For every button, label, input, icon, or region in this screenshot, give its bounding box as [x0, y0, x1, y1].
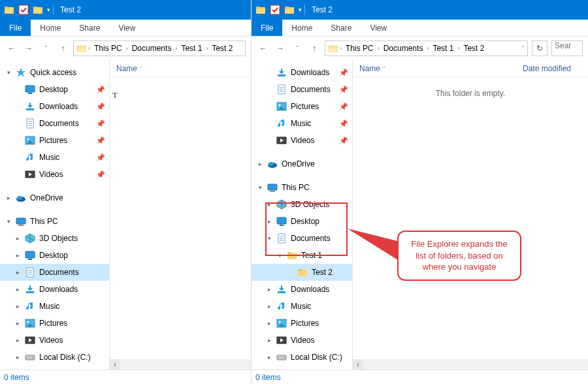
tab-view[interactable]: View [109, 20, 144, 36]
tree-label: Documents [39, 268, 79, 277]
tab-share[interactable]: Share [321, 20, 361, 36]
recent-drop-icon[interactable]: ˅ [39, 42, 52, 55]
search-input[interactable]: Sear [551, 40, 583, 56]
tree-node[interactable]: ▸Desktop [0, 247, 109, 264]
tab-file[interactable]: File [0, 20, 31, 36]
onedrive-icon [16, 193, 26, 203]
chevron-right-icon[interactable]: › [340, 45, 342, 52]
check-icon[interactable] [270, 5, 280, 15]
recent-drop-icon[interactable]: ˅ [291, 42, 304, 55]
chevron-right-icon[interactable]: › [175, 45, 177, 52]
tree-node[interactable]: ▸Videos [0, 332, 109, 349]
nav-tree[interactable]: ▾Quick accessDesktop📌Downloads📌Documents… [0, 60, 110, 370]
tree-node[interactable]: Music📌 [252, 115, 352, 132]
crumb[interactable]: Documents [381, 44, 426, 53]
address-drop-icon[interactable]: ˅ [521, 45, 525, 52]
list-body[interactable]: T [110, 77, 251, 359]
col-date[interactable]: Date modified [516, 64, 578, 73]
crumb[interactable]: Test 1 [178, 44, 204, 53]
chevron-right-icon[interactable]: › [126, 45, 128, 52]
tree-node[interactable]: ▸OneDrive [0, 189, 109, 206]
pictures-icon [25, 318, 35, 328]
refresh-button[interactable]: ↻ [532, 40, 547, 56]
crumb[interactable]: This PC [91, 44, 125, 53]
tree-node[interactable]: ▸Documents [0, 264, 109, 281]
chevron-down-icon[interactable]: ▾ [47, 7, 50, 13]
h-scrollbar[interactable]: ‹ [353, 359, 588, 370]
pin-icon: 📌 [339, 136, 348, 145]
tree-node[interactable]: Test 2 [252, 264, 352, 281]
tree-node[interactable]: ▾This PC [252, 179, 352, 196]
tab-home[interactable]: Home [282, 20, 321, 36]
titlebar[interactable]: ▾ Test 2 [252, 0, 588, 20]
tree-node[interactable]: ▸Pictures [0, 315, 109, 332]
tree-node[interactable]: Documents📌 [0, 115, 109, 132]
tree-node[interactable]: ▸Pictures [252, 315, 352, 332]
tree-node[interactable]: ▾This PC [0, 213, 109, 230]
crumb[interactable]: Documents [129, 44, 174, 53]
tree-label: Downloads [291, 285, 329, 294]
tree-label: Downloads [291, 68, 329, 77]
tree-node[interactable]: Downloads📌 [252, 64, 352, 81]
music-icon [276, 301, 287, 312]
tree-node[interactable]: ▸OneDrive [252, 155, 352, 172]
tab-view[interactable]: View [361, 20, 396, 36]
scroll-track[interactable] [120, 359, 251, 370]
tree-node[interactable]: ▸Videos [252, 332, 352, 349]
tree-node[interactable]: ▸Music [252, 298, 352, 315]
tree-node[interactable]: Videos📌 [0, 166, 109, 183]
tree-label: Videos [39, 336, 63, 345]
tree-node[interactable]: ▾Quick access [0, 64, 109, 81]
tree-node[interactable]: ▸Downloads [0, 281, 109, 298]
col-name[interactable]: Name˄ [110, 64, 251, 73]
tree-node[interactable]: ▸Local Disk (C:) [0, 349, 109, 366]
address-bar[interactable]: › This PC › Documents › Test 1 › Test 2 [73, 40, 246, 56]
back-button[interactable]: ← [5, 42, 18, 55]
chevron-right-icon[interactable]: › [457, 45, 459, 52]
chevron-right-icon[interactable]: › [378, 45, 380, 52]
chevron-right-icon[interactable]: › [88, 45, 90, 52]
tree-node[interactable]: ▸3D Objects [0, 230, 109, 247]
crumb[interactable]: Test 2 [461, 44, 487, 53]
file-list: Name˄ Date modified This folder is empty… [353, 60, 588, 370]
crumb[interactable]: This PC [343, 44, 376, 53]
up-button[interactable]: ↑ [56, 42, 69, 55]
desktop-icon [25, 84, 35, 95]
scroll-left-icon[interactable]: ‹ [110, 359, 120, 370]
chevron-right-icon[interactable]: › [206, 45, 208, 52]
scroll-left-icon[interactable]: ‹ [353, 359, 363, 370]
crumb[interactable]: Test 1 [430, 44, 456, 53]
tab-home[interactable]: Home [31, 20, 70, 36]
back-button[interactable]: ← [257, 42, 270, 55]
crumb[interactable]: Test 2 [209, 44, 235, 53]
scroll-track[interactable] [363, 359, 588, 370]
tree-node[interactable]: Videos📌 [252, 132, 352, 149]
forward-button[interactable]: → [22, 42, 35, 55]
tab-share[interactable]: Share [70, 20, 109, 36]
tree-node[interactable]: Documents📌 [252, 81, 352, 98]
titlebar[interactable]: ▾ Test 2 [0, 0, 251, 20]
column-headers: Name˄ Date modified [353, 60, 588, 77]
h-scrollbar[interactable]: ‹ [110, 359, 251, 370]
chevron-right-icon[interactable]: › [427, 45, 429, 52]
tree-node[interactable]: Desktop📌 [0, 81, 109, 98]
folder-icon [328, 43, 338, 54]
forward-button[interactable]: → [274, 42, 287, 55]
chevron-down-icon[interactable]: ▾ [299, 7, 302, 13]
desktop-icon [25, 250, 35, 261]
col-name[interactable]: Name˄ [353, 64, 516, 73]
tree-node[interactable]: Pictures📌 [0, 132, 109, 149]
tree-node[interactable]: Pictures📌 [252, 98, 352, 115]
tree-node[interactable]: ▸Music [0, 298, 109, 315]
address-bar[interactable]: › This PC › Documents › Test 1 › Test 2 … [325, 40, 528, 56]
check-icon[interactable] [18, 5, 29, 15]
up-button[interactable]: ↑ [308, 42, 321, 55]
tree-node[interactable]: ▸Local Disk (C:) [252, 349, 352, 366]
tree-node[interactable]: ▸Downloads [252, 281, 352, 298]
tree-node[interactable]: Downloads📌 [0, 98, 109, 115]
tree-label: Local Disk (C:) [39, 353, 91, 362]
tab-file[interactable]: File [252, 20, 282, 36]
separator [304, 5, 305, 15]
tree-node[interactable]: Music📌 [0, 149, 109, 166]
downloads-icon [276, 284, 287, 295]
